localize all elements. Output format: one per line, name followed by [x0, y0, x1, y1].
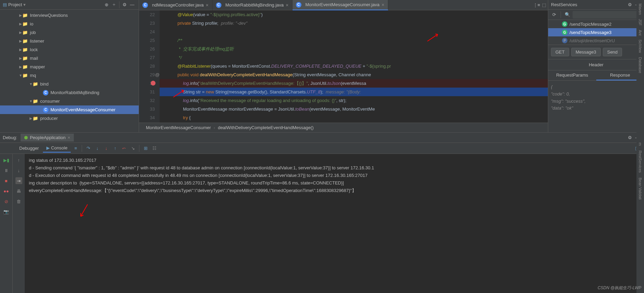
close-icon[interactable]: × — [382, 2, 384, 8]
http-method-button[interactable]: GET — [551, 48, 569, 56]
tool-window-maven[interactable]: Maven — [638, 3, 642, 15]
debug-config-tab[interactable]: ⬢ PeopleApplication × — [21, 134, 74, 142]
rest-endpoint[interactable]: G/sendTopicMessage2 — [548, 20, 644, 28]
run-to-cursor-icon[interactable]: ↘ — [129, 144, 137, 153]
breakpoints-icon[interactable]: ●● — [3, 188, 10, 194]
search-icon[interactable]: 🔍 — [564, 11, 571, 19]
collapse-icon[interactable]: ÷ — [110, 1, 118, 9]
expand-arrow-icon[interactable]: ▶ — [29, 116, 33, 120]
stop-icon[interactable]: ■ — [3, 177, 10, 184]
close-icon[interactable]: × — [286, 2, 288, 8]
class-icon: C — [43, 90, 48, 95]
expand-arrow-icon[interactable]: ▶ — [19, 22, 22, 26]
step-out-icon[interactable]: ↑ — [111, 144, 119, 153]
wrap-icon[interactable]: ⇥ — [15, 177, 22, 184]
pause-icon[interactable]: ⏸ — [3, 167, 10, 174]
tab-list-icon[interactable]: ⋮≡ — [533, 1, 540, 9]
expand-arrow-icon[interactable]: ▶ — [19, 31, 22, 34]
project-tree[interactable]: ▶📁InterviewQuestions▶📁io▶📁job▶📁listener▶… — [0, 10, 139, 132]
tree-item-monitoreventmessageconsumer[interactable]: CMonitorEventMessageConsumer — [0, 105, 139, 114]
console-tab[interactable]: ▶ Console — [43, 144, 71, 153]
rest-endpoint[interactable]: G/sendTopicMessage3 — [548, 28, 644, 36]
endpoint-path: /sendTopicMessage2 — [570, 22, 611, 27]
rest-search-input[interactable] — [573, 11, 642, 19]
project-title[interactable]: Project — [8, 2, 22, 7]
evaluate-icon[interactable]: ⊞ — [141, 144, 150, 153]
drop-frame-icon[interactable]: ⤺ — [120, 144, 128, 153]
response-body[interactable]: { "code": 0, "msg": "success", "data": "… — [548, 81, 644, 115]
refresh-icon[interactable]: ⟳ — [550, 11, 558, 19]
down-icon[interactable]: ↓ — [15, 167, 22, 174]
camera-icon[interactable]: 📷 — [3, 208, 10, 215]
tree-item-io[interactable]: ▶📁io — [0, 20, 139, 28]
tree-item-mail[interactable]: ▶📁mail — [0, 54, 139, 63]
tree-item-monitorrabbitmqbinding[interactable]: CMonitorRabbitMqBinding — [0, 88, 139, 97]
expand-arrow-icon[interactable]: ▼ — [29, 99, 33, 103]
locate-icon[interactable]: ⊕ — [103, 1, 110, 9]
tree-item-mapper[interactable]: ▶📁mapper — [0, 63, 139, 71]
editor-tab[interactable]: CMonitorRabbitMqBinding.java× — [212, 0, 292, 10]
step-into-icon[interactable]: ↓ — [93, 144, 101, 153]
expand-arrow-icon[interactable]: ▶ — [19, 13, 22, 17]
rest-endpoint[interactable]: P/util/sql/directInsertOrU — [548, 36, 644, 45]
expand-arrow-icon[interactable]: ▼ — [29, 82, 33, 86]
console-output[interactable]: ing status of 172.16.30.165:27017d - Sen… — [25, 154, 644, 293]
breadcrumbs[interactable]: MonitorEventMessageConsumer › dealWithDe… — [139, 123, 548, 132]
tool-window-bean-validati[interactable]: Bean Validati — [638, 178, 642, 200]
endpoint-name-button[interactable]: Message3 — [571, 48, 601, 56]
expand-arrow-icon[interactable]: ▶ — [19, 65, 22, 69]
tool-window-sciview[interactable]: SciView — [638, 40, 642, 53]
expand-arrow-icon[interactable]: ▶ — [19, 39, 22, 43]
rest-endpoints-list[interactable]: G/sendTopicMessage2G/sendTopicMessage3P/… — [548, 20, 644, 45]
maximize-icon[interactable]: ⬚ — [540, 1, 548, 9]
force-step-into-icon[interactable]: ↓ — [102, 144, 110, 153]
tree-label: InterviewQuestions — [30, 13, 68, 18]
annotation-arrow-icon — [77, 203, 91, 220]
editor-tab[interactable]: CndMessageController.java× — [139, 0, 212, 10]
rest-controls: GET Message3 Send — [548, 45, 644, 59]
tool-window-database[interactable]: Database — [638, 57, 642, 73]
tree-item-interviewquestions[interactable]: ▶📁InterviewQuestions — [0, 11, 139, 20]
tree-item-mq[interactable]: ▼📁mq — [0, 71, 139, 80]
mute-breakpoints-icon[interactable]: ⊘ — [3, 198, 10, 205]
tree-item-bind[interactable]: ▼📁bind — [0, 80, 139, 88]
send-button[interactable]: Send — [603, 48, 622, 56]
debugger-tab[interactable]: Debugger — [16, 144, 42, 152]
chevron-down-icon[interactable]: ▾ — [23, 2, 26, 7]
tree-item-job[interactable]: ▶📁job — [0, 28, 139, 37]
gear-icon[interactable]: ⚙ — [121, 1, 128, 9]
debug-nav-controls: ↑ ↓ ⇥ 🖶 🗑 — [12, 154, 25, 293]
resume-icon[interactable]: ▶▮ — [3, 157, 10, 164]
trash-icon[interactable]: 🗑 — [15, 198, 22, 205]
code-content[interactable]: @Value(value = "-${spring.profiles.activ… — [160, 10, 548, 123]
line-gutter[interactable]: 2223242526272829@3031323334 — [139, 10, 160, 123]
hide-icon[interactable]: — — [128, 1, 136, 9]
tree-item-listener[interactable]: ▶📁listener — [0, 37, 139, 45]
close-icon[interactable]: × — [68, 135, 70, 140]
tree-item-producer[interactable]: ▶📁producer — [0, 114, 139, 123]
close-icon[interactable]: × — [206, 2, 208, 8]
gear-icon[interactable]: ⚙ — [626, 1, 634, 9]
tree-label: listener — [30, 38, 44, 44]
editor-tab[interactable]: CMonitorEventMessageConsumer.java× — [292, 0, 388, 10]
project-panel-header: ▤ Project ▾ ⊕ ÷ ⚙ — — [0, 0, 139, 10]
code-editor[interactable]: 2223242526272829@3031323334 @Value(value… — [139, 10, 548, 123]
breadcrumb-method[interactable]: dealWithDeliveryCompleteEventHandMessage… — [218, 125, 314, 130]
gear-icon[interactable]: ⚙ — [626, 134, 634, 142]
up-icon[interactable]: ↑ — [15, 157, 22, 164]
threads-icon[interactable]: ≡ — [71, 144, 80, 153]
tree-item-lock[interactable]: ▶📁lock — [0, 45, 139, 54]
expand-arrow-icon[interactable]: ▶ — [19, 48, 22, 52]
tool-window-restservices[interactable]: RestServices — [638, 150, 642, 173]
tab-request-params[interactable]: RequestParams — [548, 70, 596, 80]
expand-arrow-icon[interactable]: ▼ — [19, 74, 22, 77]
tool-window-m[interactable]: m — [638, 143, 642, 146]
expand-arrow-icon[interactable]: ▶ — [19, 56, 22, 60]
tool-window-ant[interactable]: Ant — [638, 30, 642, 36]
print-icon[interactable]: 🖶 — [15, 188, 22, 194]
step-over-icon[interactable]: ↷ — [84, 144, 92, 153]
tool-window-jsf[interactable]: JSF — [638, 19, 642, 26]
tree-item-consumer[interactable]: ▼📁consumer — [0, 97, 139, 105]
trace-icon[interactable]: ☷ — [150, 144, 159, 153]
breadcrumb-class[interactable]: MonitorEventMessageConsumer — [146, 125, 211, 130]
